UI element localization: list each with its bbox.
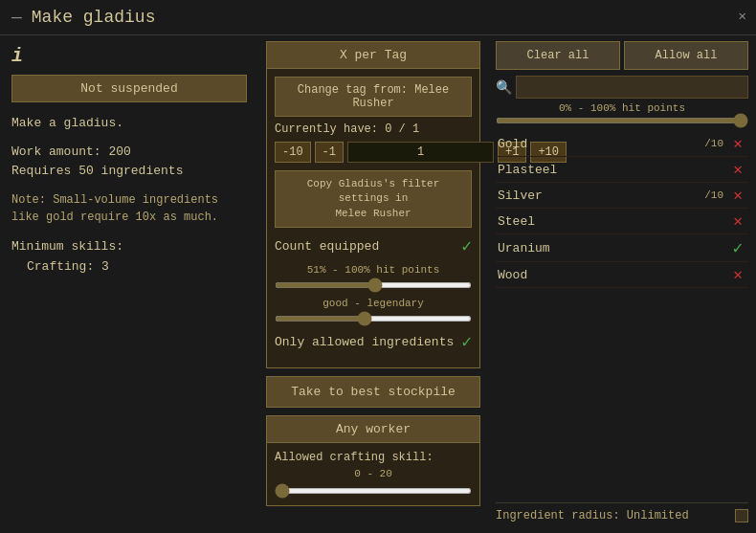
count-equipped-check: ✓	[461, 235, 472, 256]
xmark-icon: ✕	[729, 265, 746, 284]
count-equipped-label: Count equipped	[275, 239, 379, 254]
ingredient-name: Gold	[498, 137, 704, 151]
stepper-row: -10 -1 +1 +10	[275, 142, 472, 163]
requires-label: Requires 50 ingredients	[11, 162, 247, 182]
bottom-status-bar: Ingredient radius: Unlimited	[496, 502, 748, 522]
hp-slider-container: 51% - 100% hit points	[275, 264, 472, 292]
bottom-icon-button[interactable]	[735, 509, 748, 522]
xmark-icon: ✕	[729, 160, 746, 179]
ingredient-row[interactable]: Steel✕	[496, 209, 748, 234]
ingredient-amount: /10	[704, 138, 723, 149]
info-icon: i	[11, 45, 247, 67]
count-equipped-row: Count equipped ✓	[275, 235, 472, 256]
note-text: Note: Small-volume ingredients like gold…	[11, 191, 247, 226]
middle-panel: X per Tag Change tag from: Melee Rusher …	[258, 35, 488, 528]
ingredient-row[interactable]: Wood✕	[496, 262, 748, 288]
ingredient-radius-label: Ingredient radius: Unlimited	[496, 509, 689, 522]
allowed-skill-label: Allowed crafting skill:	[275, 451, 472, 464]
minus1-button[interactable]: -1	[315, 142, 344, 163]
main-layout: i Not suspended Make a gladius. Work amo…	[0, 35, 756, 528]
skill-range-label: 0 - 20	[275, 468, 472, 479]
search-icon: 🔍	[496, 79, 512, 96]
ingredient-name: Wood	[498, 268, 723, 282]
quality-slider-container: good - legendary	[275, 298, 472, 325]
minus10-button[interactable]: -10	[275, 142, 311, 163]
ingredient-row[interactable]: Silver/10✕	[496, 183, 748, 209]
any-worker-title: Any worker	[267, 416, 479, 443]
search-input[interactable]	[516, 76, 748, 99]
search-row: 🔍	[496, 76, 748, 99]
page-title: Make gladius	[32, 8, 156, 27]
quantity-input[interactable]	[347, 142, 494, 163]
ingredient-amount: /10	[704, 189, 723, 201]
description-text: Make a gladius.	[11, 114, 247, 133]
ingredient-name: Silver	[498, 189, 704, 203]
ingredient-name: Steel	[498, 214, 723, 229]
work-amount-label: Work amount: 200	[11, 143, 247, 163]
top-buttons-row: Clear all Allow all	[496, 41, 748, 70]
checkmark-icon: ✓	[729, 237, 746, 258]
xmark-icon: ✕	[729, 186, 746, 205]
ingredient-name: Uranium	[498, 241, 723, 255]
ingredient-row[interactable]: Uranium✓	[496, 234, 748, 262]
work-info: Work amount: 200 Requires 50 ingredients	[11, 143, 247, 183]
header: — Make gladius ✕	[0, 0, 756, 35]
hp-slider[interactable]	[275, 282, 472, 288]
currently-have-label: Currently have: 0 / 1	[275, 122, 472, 136]
xmark-icon: ✕	[729, 134, 746, 153]
dash-icon: —	[11, 8, 22, 27]
any-worker-panel: Any worker Allowed crafting skill: 0 - 2…	[266, 415, 480, 506]
close-button[interactable]: ✕	[739, 8, 746, 24]
minimum-skills-label: Minimum skills:	[11, 237, 247, 257]
xmark-icon: ✕	[729, 211, 746, 231]
hp-slider-label: 51% - 100% hit points	[275, 264, 472, 276]
quality-slider[interactable]	[275, 316, 472, 322]
skill-slider[interactable]	[275, 488, 472, 494]
allow-all-button[interactable]: Allow all	[624, 41, 748, 70]
ingredient-row[interactable]: Gold/10✕	[496, 131, 748, 157]
left-panel: i Not suspended Make a gladius. Work amo…	[0, 35, 258, 528]
suspend-button[interactable]: Not suspended	[11, 75, 247, 102]
take-to-stockpile-button[interactable]: Take to best stockpile	[266, 376, 480, 408]
change-tag-button[interactable]: Change tag from: Melee Rusher	[275, 77, 472, 117]
clear-all-button[interactable]: Clear all	[496, 41, 620, 70]
x-per-tag-panel: X per Tag Change tag from: Melee Rusher …	[266, 41, 480, 368]
only-allowed-check: ✓	[461, 331, 472, 352]
right-panel: Clear all Allow all 🔍 0% - 100% hit poin…	[488, 35, 756, 528]
ingredient-row[interactable]: Plasteel✕	[496, 157, 748, 183]
only-allowed-row: Only allowed ingredients ✓	[275, 331, 472, 352]
x-per-tag-content: Change tag from: Melee Rusher Currently …	[267, 69, 479, 367]
x-per-tag-title: X per Tag	[267, 42, 479, 69]
crafting-label: Crafting: 3	[11, 257, 247, 278]
copy-filter-button[interactable]: Copy Gladius's filter settings in Melee …	[275, 170, 472, 228]
ingredient-name: Plasteel	[498, 163, 723, 177]
quality-slider-label: good - legendary	[275, 298, 472, 309]
only-allowed-label: Only allowed ingredients	[275, 335, 454, 349]
worker-content: Allowed crafting skill: 0 - 20	[267, 443, 479, 505]
right-hp-slider[interactable]	[496, 118, 748, 123]
ingredient-list: Gold/10✕Plasteel✕Silver/10✕Steel✕Uranium…	[496, 131, 748, 502]
skills-section: Minimum skills: Crafting: 3	[11, 237, 247, 278]
